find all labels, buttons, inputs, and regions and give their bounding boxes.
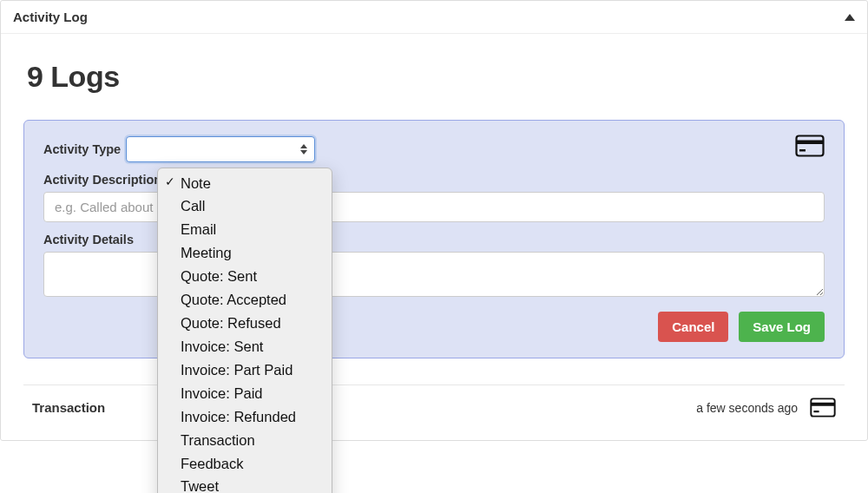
page-title: 9 Logs <box>27 60 841 94</box>
dropdown-option[interactable]: Invoice: Sent <box>158 335 332 358</box>
panel-header[interactable]: Activity Log <box>1 1 867 34</box>
panel-content: 9 Logs Activity Type Act <box>1 34 867 440</box>
dropdown-option[interactable]: Note <box>158 172 332 195</box>
log-entry-time: a few seconds ago <box>696 401 798 415</box>
activity-type-label: Activity Type <box>43 142 121 156</box>
panel-title: Activity Log <box>13 10 88 24</box>
svg-rect-5 <box>813 411 819 412</box>
cancel-button[interactable]: Cancel <box>658 312 728 342</box>
save-log-button[interactable]: Save Log <box>739 312 825 342</box>
svg-rect-1 <box>797 141 824 145</box>
svg-rect-4 <box>811 403 834 406</box>
activity-type-select[interactable] <box>126 136 315 162</box>
activity-details-label: Activity Details <box>43 233 134 246</box>
dropdown-option[interactable]: Quote: Sent <box>158 266 332 289</box>
dropdown-option[interactable]: Quote: Accepted <box>158 289 332 312</box>
collapse-icon <box>845 14 855 21</box>
log-entry-row: Transaction 00 a few seconds ago <box>23 385 845 417</box>
activity-type-dropdown[interactable]: NoteCallEmailMeetingQuote: SentQuote: Ac… <box>157 168 332 441</box>
activity-log-panel: Activity Log 9 Logs Activity Type <box>0 0 868 441</box>
select-stepper-icon <box>300 144 307 154</box>
card-icon <box>795 135 825 157</box>
dropdown-option[interactable]: Quote: Refused <box>158 312 332 336</box>
dropdown-option[interactable]: Call <box>158 195 332 219</box>
svg-rect-2 <box>799 149 806 152</box>
dropdown-option[interactable]: Invoice: Paid <box>158 382 332 405</box>
activity-type-row: Activity Type <box>43 136 825 162</box>
dropdown-option[interactable]: Invoice: Part Paid <box>158 358 332 382</box>
dropdown-option[interactable]: Meeting <box>158 242 332 266</box>
log-entry-meta: a few seconds ago <box>696 398 836 417</box>
svg-rect-0 <box>797 136 824 156</box>
svg-rect-3 <box>811 398 834 416</box>
dropdown-option[interactable]: Transaction <box>158 429 332 441</box>
activity-description-label: Activity Description <box>43 173 161 187</box>
new-log-form: Activity Type Activity Description Activ… <box>23 120 845 358</box>
dropdown-option[interactable]: Email <box>158 219 332 242</box>
card-icon <box>810 398 836 417</box>
dropdown-option[interactable]: Invoice: Refunded <box>158 405 332 429</box>
